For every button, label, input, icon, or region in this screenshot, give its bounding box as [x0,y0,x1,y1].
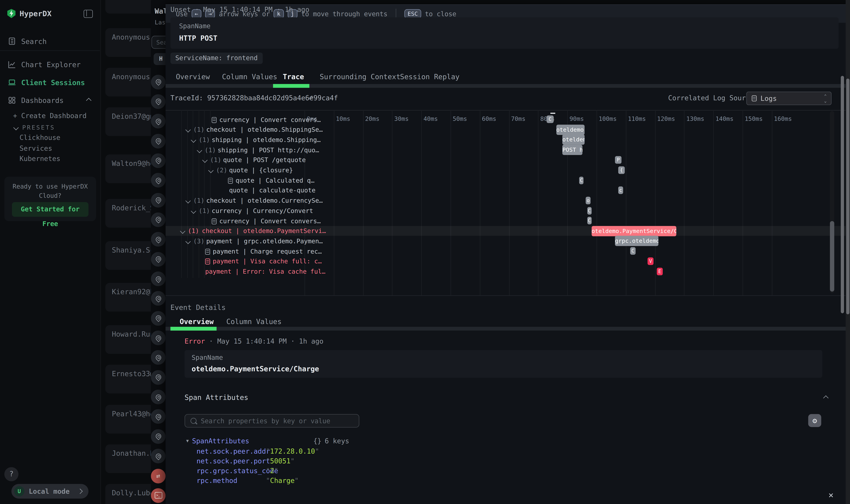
events-filter-button[interactable]: H [153,53,165,65]
scrollbar-thumb[interactable] [830,221,834,292]
sidebar-preset-clickhouse[interactable]: Clickhouse [20,133,60,142]
attribute-value[interactable]: "50051" [266,456,294,465]
location-pin-icon[interactable] [151,232,165,247]
tab-surrounding-context[interactable]: Surrounding Context [320,73,400,81]
chevron-down-icon[interactable] [185,127,191,132]
trace-tree-row[interactable]: quote | Calculated q… [165,176,467,186]
events-search-input[interactable]: Sea [151,36,165,49]
location-pin-icon[interactable] [151,449,165,463]
session-list-item[interactable]: Anonymous [105,68,151,96]
chevron-down-icon[interactable] [185,239,191,244]
location-pin-icon[interactable] [151,410,165,424]
close-icon[interactable]: × [826,490,836,501]
attributes-search-input[interactable]: Search properties by key or value [184,414,359,428]
attribute-row[interactable]: rpc.grpc.status_code"2" [197,466,794,475]
sidebar-preset-kubernetes[interactable]: Kubernetes [20,155,60,163]
session-list-item[interactable]: Kieran92@h [105,283,151,312]
panel-scrollbar[interactable] [840,0,845,504]
span-duration-bar[interactable]: c [618,186,623,194]
location-pin-icon[interactable] [151,272,165,286]
sidebar-item-dashboards[interactable]: Dashboards [0,92,101,108]
tab-trace[interactable]: Trace [283,73,304,81]
location-pin-icon[interactable] [151,74,165,89]
location-pin-icon[interactable] [151,291,165,306]
trace-tree-row[interactable]: payment | Error: Visa cache ful… [165,267,467,277]
span-duration-bar[interactable]: C [630,247,636,255]
terminal-icon[interactable]: >_ [151,488,165,503]
session-list-item[interactable]: Walton9@ho [105,155,151,183]
trace-tree-row[interactable]: payment | Visa cache full: c… [165,256,467,267]
attribute-key[interactable]: net.sock.peer.addr [197,447,270,455]
location-pin-icon[interactable] [151,390,165,404]
sidebar-item-chart-explorer[interactable]: Chart Explorer [0,56,101,73]
session-list-item[interactable]: Anonymous [105,28,151,57]
tab-overview[interactable]: Overview [176,73,210,81]
attributes-root-row[interactable]: ▼SpanAttributes {} 6 keys [186,437,349,446]
gear-icon[interactable]: ⚙ [808,414,821,427]
service-badge[interactable]: ServiceName: frontend [170,53,263,64]
chevron-down-icon[interactable] [208,168,214,173]
span-duration-bar[interactable]: oteldemo. [556,124,584,134]
session-list-item[interactable]: Anonymous [105,0,151,14]
session-list-item[interactable]: Pearl43@ho [105,405,151,434]
swap-arrows-icon[interactable]: ⇄ [151,468,165,483]
scrollbar-thumb[interactable] [841,76,844,313]
log-source-select[interactable]: Logs ⌃⌄ [746,92,832,105]
trace-tree-row[interactable]: (1)currency | Currency/Convert [165,206,467,216]
attribute-row[interactable]: rpc.method"Charge" [197,476,794,485]
chevron-down-icon[interactable] [191,208,196,214]
span-duration-bar[interactable]: C [579,177,584,184]
span-duration-bar[interactable]: C [587,217,592,224]
session-list-item[interactable]: Shaniya.Sc [105,241,151,270]
tab-column-values[interactable]: Column Values [222,73,277,81]
trace-tree-row[interactable]: quote | calculate-quote [165,185,467,196]
location-pin-icon[interactable] [151,429,165,444]
trace-tree-row[interactable]: (1)checkout | oteldemo.PaymentServi… [165,226,467,236]
session-list-item[interactable]: Ernesto33@ [105,365,151,393]
span-duration-bar[interactable]: oteldemo [562,134,584,145]
session-list-item[interactable]: Howard.Run [105,325,151,354]
location-pin-icon[interactable] [151,350,165,365]
span-duration-bar[interactable]: P [615,156,621,164]
location-pin-icon[interactable] [151,153,165,168]
session-list-item[interactable]: Jonathan.B [105,444,151,473]
trace-tree-row[interactable]: currency | Convert convers… [165,114,467,125]
chevron-down-icon[interactable] [180,229,185,234]
chevron-down-icon[interactable] [197,147,202,153]
attribute-row[interactable]: net.sock.peer.port"50051" [197,456,794,465]
edit-pencil-icon[interactable]: ✎ [309,93,313,101]
create-dashboard-button[interactable]: + Create Dashboard [13,112,87,120]
chevron-down-icon[interactable] [191,138,196,143]
chevron-down-icon[interactable] [185,198,191,203]
attribute-row[interactable]: net.sock.peer.addr"172.28.0.10" [197,447,794,455]
sidebar-collapse-icon[interactable] [84,10,93,18]
location-pin-icon[interactable] [151,133,165,148]
sidebar-item-client-sessions[interactable]: Client Sessions [0,74,101,91]
presets-toggle[interactable]: PRESETS [14,124,55,131]
collapse-section-icon[interactable] [823,395,829,401]
attribute-key[interactable]: net.sock.peer.port [197,456,270,465]
local-mode-button[interactable]: U Local mode [11,484,88,499]
ed-tab-overview[interactable]: Overview [180,318,214,326]
trace-tree-row[interactable]: (1)checkout | oteldemo.CurrencySe… [165,196,467,206]
sidebar-item-search[interactable]: Search [0,33,101,49]
location-pin-icon[interactable] [151,212,165,227]
trace-tree-row[interactable]: currency | Convert convers… [165,216,467,226]
chevron-down-icon[interactable] [202,158,208,163]
session-list-item[interactable]: Roderick_S [105,199,151,228]
session-list-item[interactable]: Dolly.Lubo [105,484,151,504]
help-button[interactable]: ? [4,467,18,481]
location-pin-icon[interactable] [151,311,165,326]
tab-session-replay[interactable]: Session Replay [400,73,459,81]
attribute-value[interactable]: "172.28.0.10" [266,447,319,455]
location-pin-icon[interactable] [151,173,165,188]
trace-tree-row[interactable]: (2)quote | {closure} [165,165,467,176]
location-pin-icon[interactable] [151,331,165,345]
scrollbar-thumb[interactable] [846,79,849,314]
sidebar-preset-services[interactable]: Services [20,144,52,152]
span-duration-bar[interactable]: E [656,268,663,275]
location-pin-icon[interactable] [151,114,165,128]
span-duration-bar[interactable]: { [618,166,625,174]
attribute-value[interactable]: "Charge" [266,476,299,485]
trace-tree-row[interactable]: (1)shipping | POST http://quo… [165,145,467,156]
